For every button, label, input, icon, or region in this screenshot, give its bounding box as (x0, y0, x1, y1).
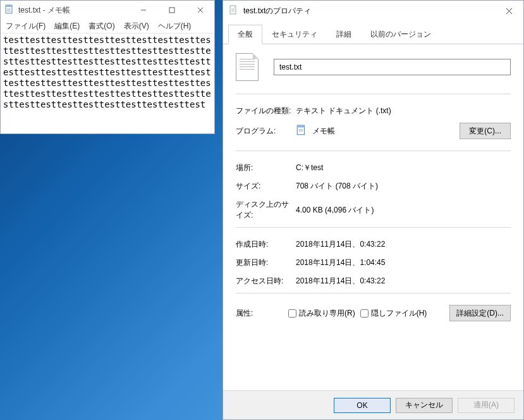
file-icon (228, 5, 238, 17)
separator (236, 227, 511, 228)
properties-dialog: test.txtのプロパティ 全般 セキュリティ 詳細 以前のバージョン ファイ… (222, 0, 524, 420)
menu-edit[interactable]: 編集(E) (54, 21, 80, 32)
hidden-checkbox[interactable]: 隠しファイル(H) (360, 308, 427, 319)
ok-button[interactable]: OK (334, 398, 391, 413)
advanced-button[interactable]: 詳細設定(D)... (449, 305, 511, 321)
svg-rect-17 (297, 125, 304, 127)
value-disk-size: 4.00 KB (4,096 バイト) (296, 205, 511, 216)
menu-help[interactable]: ヘルプ(H) (158, 21, 192, 32)
tab-details[interactable]: 詳細 (327, 25, 361, 44)
notepad-titlebar[interactable]: test.txt - メモ帳 (1, 1, 214, 20)
properties-titlebar[interactable]: test.txtのプロパティ (223, 1, 523, 21)
value-type: テキスト ドキュメント (.txt) (296, 106, 511, 116)
notepad-window: test.txt - メモ帳 ファイル(F) 編集(E) 書式(O) 表示(V)… (0, 0, 215, 134)
notepad-app-icon (296, 125, 307, 138)
apply-button[interactable]: 適用(A) (458, 398, 515, 413)
tab-security[interactable]: セキュリティ (262, 25, 327, 44)
properties-close-button[interactable] (495, 1, 523, 21)
cancel-button[interactable]: キャンセル (396, 398, 453, 413)
label-modified: 更新日時: (236, 257, 296, 268)
readonly-checkbox[interactable]: 読み取り専用(R) (288, 308, 355, 319)
readonly-checkbox-input[interactable] (288, 309, 296, 318)
notepad-menubar: ファイル(F) 編集(E) 書式(O) 表示(V) ヘルプ(H) (1, 20, 214, 34)
value-created: 2018年11月14日、0:43:22 (296, 239, 511, 250)
svg-rect-1 (6, 5, 12, 7)
value-location: C:￥test (296, 163, 511, 173)
separator (236, 94, 511, 94)
menu-file[interactable]: ファイル(F) (6, 21, 46, 32)
label-disk-size: ディスク上のサイズ: (236, 199, 296, 221)
value-modified: 2018年11月14日、1:04:45 (296, 257, 511, 268)
value-size: 708 バイト (708 バイト) (296, 181, 511, 192)
properties-content: ファイルの種類: テキスト ドキュメント (.txt) プログラム: メモ帳 変… (223, 44, 523, 390)
svg-rect-6 (169, 8, 174, 13)
change-program-button[interactable]: 変更(C)... (460, 123, 511, 139)
minimize-button[interactable] (129, 1, 157, 20)
hidden-checkbox-input[interactable] (360, 309, 369, 318)
maximize-button[interactable] (157, 1, 186, 20)
value-accessed: 2018年11月14日、0:43:22 (296, 276, 511, 287)
tab-previous-versions[interactable]: 以前のバージョン (361, 25, 441, 44)
tab-general[interactable]: 全般 (228, 25, 262, 44)
properties-footer: OK キャンセル 適用(A) (223, 390, 523, 419)
value-program: メモ帳 (312, 126, 335, 137)
label-attributes: 属性: (236, 308, 283, 319)
hidden-label: 隠しファイル(H) (371, 308, 427, 319)
notepad-text-area[interactable]: testtesttesttesttesttesttesttesttesttest… (1, 34, 214, 133)
label-created: 作成日時: (236, 239, 296, 250)
menu-format[interactable]: 書式(O) (88, 21, 114, 32)
filename-input[interactable] (274, 59, 511, 75)
label-accessed: アクセス日時: (236, 276, 296, 287)
separator (236, 293, 511, 293)
notepad-icon (4, 4, 15, 16)
properties-title-text: test.txtのプロパティ (243, 6, 311, 16)
separator (236, 151, 511, 151)
properties-tabs: 全般 セキュリティ 詳細 以前のバージョン (223, 21, 523, 44)
notepad-title-text: test.txt - メモ帳 (18, 5, 70, 16)
label-program: プログラム: (236, 126, 296, 137)
label-location: 場所: (236, 163, 296, 173)
large-file-icon (236, 53, 259, 81)
close-button[interactable] (186, 1, 214, 20)
label-type: ファイルの種類: (236, 106, 296, 116)
label-size: サイズ: (236, 181, 296, 192)
readonly-label: 読み取り専用(R) (299, 308, 355, 319)
menu-view[interactable]: 表示(V) (124, 21, 149, 32)
